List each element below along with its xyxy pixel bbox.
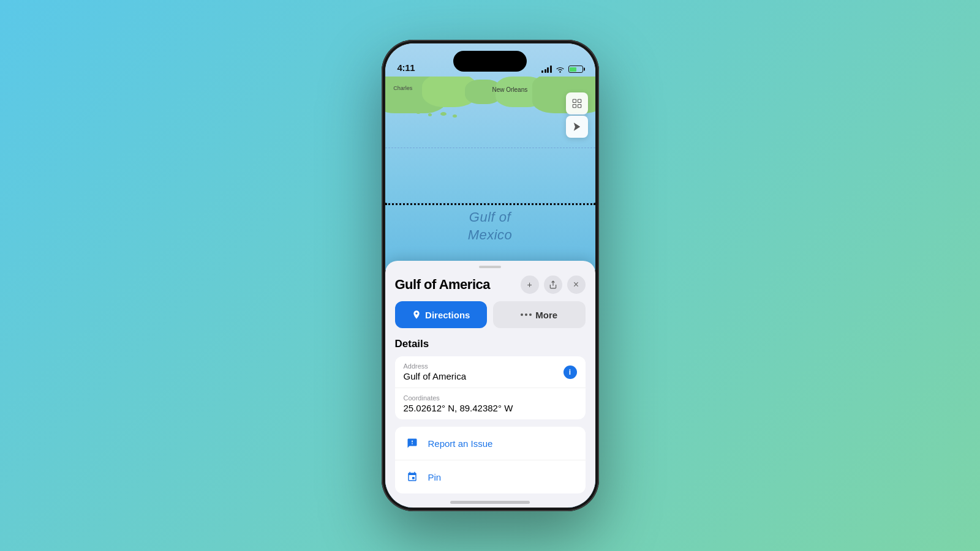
pin-label: Pin <box>428 472 442 482</box>
more-button[interactable]: More <box>493 301 586 328</box>
coordinates-content: Coordinates 25.02612° N, 89.42382° W <box>404 394 513 413</box>
signal-bar-1 <box>541 70 543 73</box>
signal-bar-4 <box>550 66 552 73</box>
details-section: Details Address Gulf of America i Coordi… <box>385 338 595 427</box>
details-title: Details <box>395 338 586 350</box>
address-row: Address Gulf of America i <box>395 356 586 388</box>
map-layers-button[interactable] <box>566 92 588 114</box>
report-issue-item[interactable]: Report an Issue <box>395 427 586 460</box>
directions-button[interactable]: Directions <box>395 301 488 328</box>
coordinates-row: Coordinates 25.02612° N, 89.42382° W <box>395 388 586 419</box>
new-orleans-label: New Orleans <box>492 86 527 93</box>
svg-rect-2 <box>573 105 576 108</box>
share-button[interactable] <box>544 276 562 294</box>
address-content: Address Gulf of America <box>404 362 467 381</box>
gulf-of-mexico-label: Gulf of Mexico <box>468 209 513 244</box>
coordinates-label: Coordinates <box>404 394 513 402</box>
pin-item[interactable]: Pin <box>395 460 586 493</box>
more-icon <box>521 313 532 316</box>
signal-bar-3 <box>547 67 549 73</box>
sheet-title: Gulf of America <box>395 277 491 293</box>
charles-city-label: Charles <box>393 85 412 91</box>
status-icons <box>541 66 583 73</box>
phone-screen: Charles New Orleans Gulf of Mexico <box>385 43 595 508</box>
map-controls <box>566 92 588 138</box>
close-button[interactable]: × <box>567 276 586 294</box>
svg-marker-4 <box>573 122 580 131</box>
pin-icon <box>404 468 421 485</box>
action-list: Report an Issue Pin <box>395 427 586 493</box>
land-area <box>385 77 595 126</box>
svg-rect-1 <box>578 99 581 102</box>
status-time: 4:11 <box>398 62 415 73</box>
add-button[interactable]: + <box>521 276 539 294</box>
report-issue-icon <box>404 435 421 452</box>
home-indicator <box>450 501 530 504</box>
signal-bar-2 <box>545 69 546 73</box>
directions-label: Directions <box>425 310 470 320</box>
dynamic-island <box>453 51 527 72</box>
sheet-handle <box>479 266 501 268</box>
phone-frame: Charles New Orleans Gulf of Mexico <box>382 40 599 511</box>
directions-icon <box>412 310 421 320</box>
coordinates-value: 25.02612° N, 89.42382° W <box>404 403 513 413</box>
wifi-icon <box>556 66 565 73</box>
signal-bars <box>541 66 552 73</box>
bottom-sheet: Gulf of America + × <box>385 261 595 508</box>
action-buttons: Directions More <box>385 301 595 338</box>
more-label: More <box>535 310 557 320</box>
svg-point-7 <box>525 313 527 316</box>
svg-point-8 <box>529 313 532 316</box>
svg-point-6 <box>521 313 523 316</box>
report-issue-label: Report an Issue <box>428 438 493 449</box>
sheet-header: Gulf of America + × <box>385 276 595 301</box>
sheet-header-buttons: + × <box>521 276 586 294</box>
svg-rect-3 <box>578 105 581 108</box>
battery-fill <box>570 67 576 72</box>
address-info-button[interactable]: i <box>564 365 577 379</box>
address-value: Gulf of America <box>404 371 467 381</box>
address-label: Address <box>404 362 467 370</box>
my-location-button[interactable] <box>566 116 588 138</box>
svg-rect-0 <box>573 99 576 102</box>
boundary-line-1 <box>385 148 595 148</box>
battery-icon <box>568 66 583 73</box>
boundary-line-2 <box>385 203 595 205</box>
details-card: Address Gulf of America i Coordinates 25… <box>395 356 586 419</box>
